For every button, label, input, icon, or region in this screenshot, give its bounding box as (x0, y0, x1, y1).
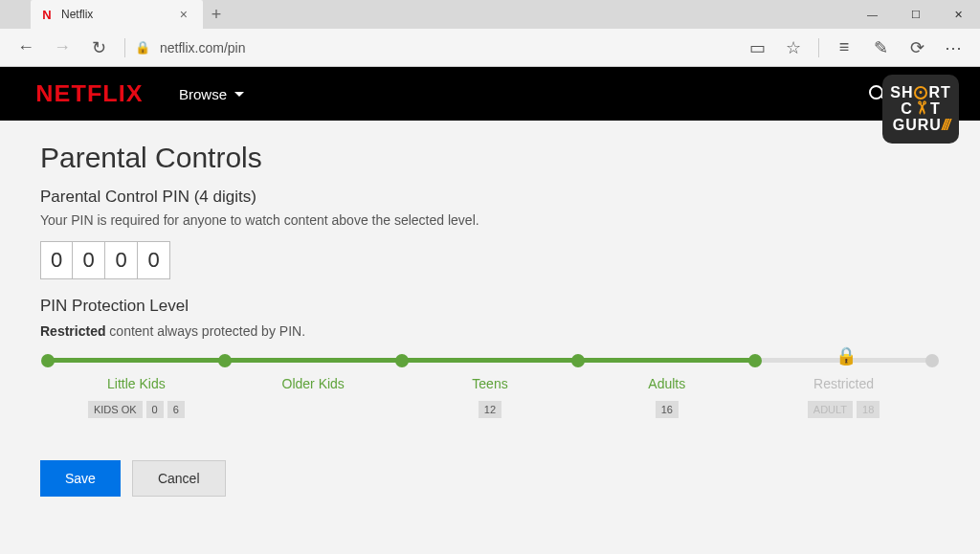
lock-icon: 🔒 (135, 40, 150, 55)
watermark-text: T (930, 101, 941, 117)
level-desc-rest: content always protected by PIN. (105, 323, 305, 339)
slider-tick-selected[interactable] (748, 354, 762, 367)
watermark-text: SH (890, 85, 913, 100)
notes-button[interactable]: ✎ (863, 32, 898, 64)
maximize-button[interactable]: ☐ (894, 0, 937, 29)
titlebar: N Netflix × + — ☐ ✕ (0, 0, 980, 29)
more-button[interactable]: ⋯ (936, 32, 970, 64)
url-text: netflix.com/pin (160, 40, 245, 55)
content-area: Parental Controls Parental Control PIN (… (0, 121, 980, 518)
forward-button[interactable]: → (46, 32, 78, 64)
slider-track: 🔒 (48, 358, 932, 363)
watermark-text: C (901, 101, 913, 117)
slider-badge-row: 12 (402, 401, 579, 418)
rating-badge: KIDS OK (88, 401, 143, 418)
cancel-button[interactable]: Cancel (132, 460, 226, 497)
favorite-button[interactable]: ☆ (776, 32, 811, 64)
save-button[interactable]: Save (40, 460, 121, 497)
rating-badge: 6 (167, 401, 185, 418)
watermark-text: RT (928, 85, 950, 100)
level-section-description: Restricted content always protected by P… (40, 323, 940, 339)
pin-digit-1[interactable] (40, 241, 73, 279)
button-row: Save Cancel (40, 460, 940, 497)
slider-badge-row: ADULT18 (755, 401, 932, 418)
level-section-title: PIN Protection Level (40, 297, 940, 316)
rating-badge: ADULT (808, 401, 853, 418)
slider-level-name: Little Kids (48, 376, 225, 391)
rating-badge: 16 (656, 401, 679, 418)
page-body: NETFLIX Browse Search Parental Controls … (0, 67, 980, 554)
netflix-logo[interactable]: NETFLIX (35, 80, 143, 107)
slider-tick-restricted[interactable] (925, 354, 939, 367)
slider-tick-teens[interactable] (395, 354, 409, 367)
target-icon: • (914, 86, 927, 100)
slider-level-name: Adults (578, 376, 755, 391)
browse-label: Browse (179, 86, 227, 102)
slider-tick-little-kids[interactable] (41, 354, 55, 367)
pin-digit-3[interactable] (105, 241, 138, 279)
slider-label-column: Older Kids (225, 376, 402, 418)
watermark-badge: SH • RT C ✂ T GURU /// (882, 75, 959, 144)
address-bar[interactable]: 🔒 netflix.com/pin (135, 40, 736, 55)
slider-badge-row: KIDS OK06 (48, 401, 225, 418)
watermark-slashes: /// (942, 118, 948, 133)
slider-label-column: Teens12 (402, 376, 579, 418)
reading-view-button[interactable]: ▭ (740, 32, 774, 64)
toolbar-separator (124, 38, 125, 57)
pin-digit-2[interactable] (73, 241, 105, 279)
pin-section-description: Your PIN is required for anyone to watch… (40, 212, 940, 228)
pin-digit-4[interactable] (138, 241, 170, 279)
watermark-text: GURU (893, 118, 942, 133)
tab-close-button[interactable]: × (176, 7, 191, 22)
pin-input-group (40, 241, 940, 279)
slider-level-name: Restricted (755, 376, 932, 391)
scissors-icon: ✂ (913, 100, 930, 116)
caret-down-icon (234, 92, 244, 97)
close-window-button[interactable]: ✕ (937, 0, 980, 29)
page-title: Parental Controls (40, 142, 940, 174)
minimize-button[interactable]: — (851, 0, 894, 29)
slider-label-column: Adults16 (578, 376, 755, 418)
new-tab-button[interactable]: + (203, 5, 230, 25)
refresh-button[interactable]: ↻ (82, 32, 115, 64)
lock-icon: 🔒 (835, 345, 857, 366)
pin-section-title: Parental Control PIN (4 digits) (40, 188, 940, 207)
tab-title: Netflix (61, 8, 168, 21)
toolbar-right: ▭ ☆ ≡ ✎ ⟳ ⋯ (740, 32, 970, 64)
browser-toolbar: ← → ↻ 🔒 netflix.com/pin ▭ ☆ ≡ ✎ ⟳ ⋯ (0, 29, 980, 67)
slider-badge-row: 16 (578, 401, 755, 418)
browser-tab[interactable]: N Netflix × (31, 0, 203, 29)
slider-labels: Little KidsKIDS OK06Older KidsTeens12Adu… (48, 376, 932, 418)
slider-label-column: Little KidsKIDS OK06 (48, 376, 225, 418)
back-button[interactable]: ← (10, 32, 42, 64)
hub-button[interactable]: ≡ (827, 32, 861, 64)
browser-window: N Netflix × + — ☐ ✕ ← → ↻ 🔒 netflix.com/… (0, 0, 980, 554)
slider-level-name: Older Kids (225, 376, 402, 391)
slider-level-name: Teens (402, 376, 579, 391)
level-desc-bold: Restricted (40, 323, 105, 339)
watermark-line2: C ✂ T (901, 100, 940, 118)
slider-label-column: RestrictedADULT18 (755, 376, 932, 418)
rating-badge: 12 (479, 401, 501, 418)
toolbar-separator (818, 38, 819, 57)
tab-favicon: N (40, 8, 54, 21)
browse-menu[interactable]: Browse (179, 86, 244, 102)
watermark-line1: SH • RT (890, 85, 951, 100)
level-slider[interactable]: 🔒 Little KidsKIDS OK06Older KidsTeens12A… (40, 358, 940, 428)
rating-badge: 18 (857, 401, 880, 418)
slider-tick-adults[interactable] (571, 354, 585, 367)
rating-badge: 0 (146, 401, 164, 418)
slider-tick-older-kids[interactable] (218, 354, 232, 367)
watermark-line3: GURU /// (893, 118, 948, 133)
netflix-header: NETFLIX Browse Search (0, 67, 980, 121)
share-button[interactable]: ⟳ (900, 32, 934, 64)
window-controls: — ☐ ✕ (851, 0, 980, 29)
